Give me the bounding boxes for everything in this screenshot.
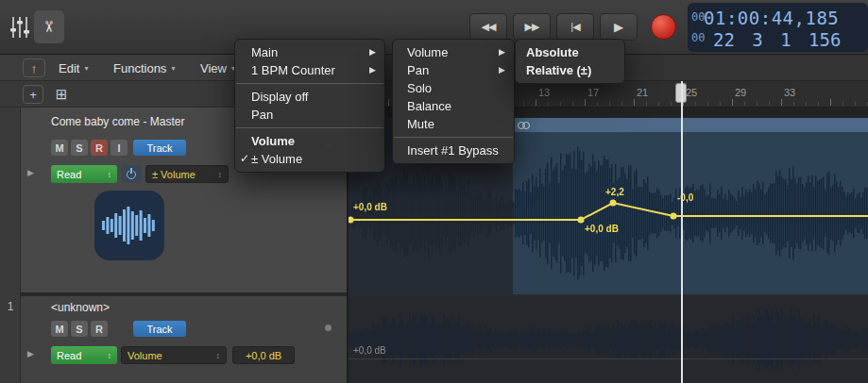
popup-chevrons-icon: ↕: [216, 351, 221, 360]
mute-button[interactable]: M: [51, 140, 68, 156]
playhead[interactable]: [681, 81, 683, 383]
automation-parameter-label: Volume: [128, 350, 162, 361]
view-menu[interactable]: View ▾: [200, 55, 235, 81]
duplicate-track-button[interactable]: ⊞: [49, 85, 74, 104]
menu-item-mute[interactable]: Mute: [393, 115, 514, 133]
menu-item-volume[interactable]: Volume: [235, 132, 384, 150]
automation-mid-value: +0,0 dB: [585, 224, 619, 234]
input-monitor-label: I: [117, 142, 120, 154]
context-menu-automation: Main ▶ 1 BPM Counter ▶ Display off Pan V…: [234, 39, 385, 173]
add-tracks-button[interactable]: +: [23, 85, 43, 104]
lcd-position-display: 22 3 1 156: [713, 29, 841, 50]
menu-item-label: Relative (±): [526, 63, 591, 77]
automation-mode-popup[interactable]: Read ↕: [51, 346, 117, 364]
add-icon: +: [29, 88, 37, 102]
menu-item-label: Main: [251, 45, 278, 59]
functions-menu[interactable]: Functions ▾: [113, 55, 175, 81]
menu-item-label: Mute: [407, 117, 434, 131]
track-icon[interactable]: [94, 191, 164, 260]
menu-item-label: Absolute: [526, 45, 579, 59]
automation-mode-label: Read: [57, 169, 81, 180]
menu-item-display-off[interactable]: Display off: [235, 88, 384, 106]
automation-parameter-popup[interactable]: Volume ↕: [121, 346, 227, 364]
track-name[interactable]: Come baby come - Master: [51, 115, 184, 128]
ruler-label: 17: [587, 87, 599, 98]
automation-peak-value: +2,2: [605, 187, 624, 197]
ruler-label: 33: [784, 87, 795, 98]
faders-button[interactable]: [6, 11, 34, 43]
menu-item-pan[interactable]: Pan: [235, 106, 384, 124]
disclosure-triangle-icon[interactable]: ▶: [27, 168, 34, 177]
menu-item-bpm-counter[interactable]: 1 BPM Counter ▶: [235, 61, 384, 79]
record-enable-label: R: [95, 324, 103, 335]
disclosure-triangle-icon[interactable]: ▶: [27, 349, 34, 358]
automation-baseline[interactable]: [349, 358, 868, 359]
go-to-beginning-button[interactable]: |◀: [556, 13, 594, 41]
ruler-label: 21: [637, 87, 648, 98]
menu-item-balance[interactable]: Balance: [393, 97, 514, 115]
menu-item-solo[interactable]: Solo: [393, 79, 514, 97]
automation-parameter-label: ± Volume: [152, 169, 196, 180]
menu-item-label: Pan: [251, 108, 273, 122]
menu-item-relative[interactable]: Relative (±): [516, 61, 624, 79]
go-to-beginning-icon: |◀: [570, 21, 579, 33]
automation-mode-popup[interactable]: Read ↕: [51, 165, 117, 183]
solo-button[interactable]: S: [71, 140, 88, 156]
menu-item-label: Volume: [407, 45, 448, 59]
record-enable-button[interactable]: R: [91, 321, 108, 337]
menu-item-label: Display off: [251, 90, 308, 104]
automation-start-value: +0,0 dB: [353, 202, 387, 212]
menu-separator: [236, 127, 383, 128]
input-monitor-button[interactable]: I: [111, 140, 128, 156]
menu-item-label: 1 BPM Counter: [251, 63, 335, 77]
menu-item-pm-volume[interactable]: ✓ ± Volume: [235, 150, 384, 168]
mute-button[interactable]: M: [51, 321, 68, 337]
track-automation-target-button[interactable]: Track: [133, 321, 186, 337]
record-button[interactable]: [651, 14, 676, 40]
mute-label: M: [55, 142, 63, 154]
lcd-display[interactable]: 00 00 01:00:44,185 22 3 1 156: [688, 3, 868, 52]
menu-item-absolute[interactable]: Absolute: [516, 43, 624, 61]
up-arrow-icon: ↑: [31, 61, 38, 75]
menu-item-pan[interactable]: Pan ▶: [393, 61, 514, 79]
audio-region[interactable]: [513, 118, 868, 294]
forward-icon: ▶▶: [525, 21, 539, 33]
waveform-dim: [349, 296, 868, 383]
track-lane-2[interactable]: +0,0 dB: [349, 296, 868, 383]
mute-label: M: [55, 324, 63, 335]
track-automation-target-button[interactable]: Track: [133, 140, 186, 156]
popup-chevrons-icon: ↕: [108, 351, 112, 360]
menu-separator: [394, 137, 513, 138]
automation-parameter-popup[interactable]: ± Volume ↕: [145, 165, 229, 183]
ruler-label: 29: [735, 87, 746, 98]
automation-power-button[interactable]: [121, 165, 142, 183]
automation-value-box[interactable]: +0,0 dB: [232, 346, 295, 364]
scissors-tool-button[interactable]: ✂: [34, 10, 64, 43]
logic-main-window: ✂ ◀◀ ▶▶ |◀ ▶ 00 00 01:00:44,185 22 3 1 1…: [0, 0, 868, 383]
record-enable-button[interactable]: R: [91, 140, 108, 156]
menu-item-label: ± Volume: [251, 152, 302, 166]
stereo-icon: [518, 122, 530, 129]
menu-item-insert-bypass[interactable]: Insert #1 Bypass: [393, 142, 514, 159]
popup-chevrons-icon: ↕: [108, 170, 112, 179]
arrow-up-button[interactable]: ↑: [23, 58, 45, 77]
solo-button[interactable]: S: [71, 321, 88, 337]
play-button[interactable]: ▶: [600, 13, 638, 41]
menu-item-main[interactable]: Main ▶: [235, 43, 384, 61]
menu-item-volume[interactable]: Volume ▶: [393, 43, 514, 61]
menu-separator: [236, 83, 383, 84]
ruler-label: 13: [538, 87, 550, 98]
submenu-arrow-icon: ▶: [499, 43, 505, 61]
track-name[interactable]: <unknown>: [51, 301, 110, 314]
rewind-button[interactable]: ◀◀: [469, 13, 507, 41]
forward-button[interactable]: ▶▶: [513, 13, 551, 41]
edit-menu[interactable]: Edit ▾: [59, 55, 88, 81]
track-header-2[interactable]: <unknown> M S R Track ▶ Read ↕ Volume ↕ …: [21, 296, 347, 383]
lcd-aux-bottom: 00: [691, 31, 705, 44]
menu-item-label: Pan: [407, 63, 429, 77]
automation-mode-label: Read: [57, 350, 81, 361]
track-button-label: Track: [146, 142, 172, 154]
edit-menu-label: Edit: [59, 61, 79, 75]
region-header[interactable]: [513, 118, 868, 132]
automation-end-value: -0,0: [677, 192, 693, 203]
